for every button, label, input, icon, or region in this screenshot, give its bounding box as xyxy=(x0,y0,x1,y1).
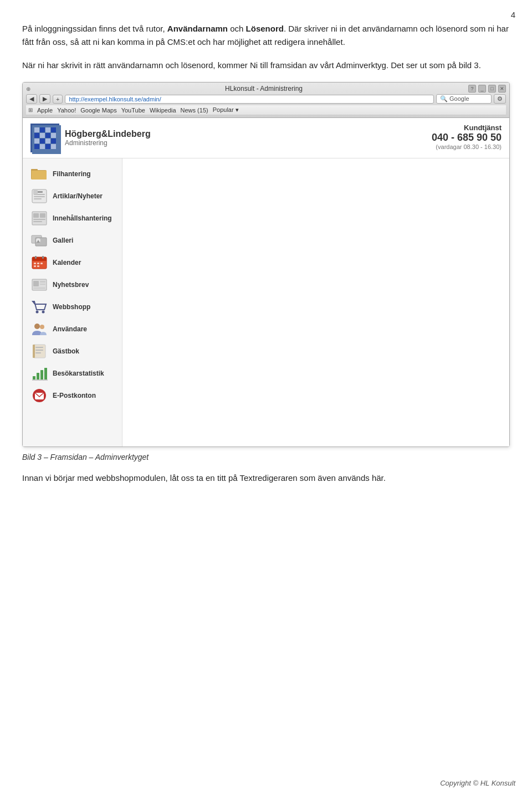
cms-page-content: Högberg&Lindeberg Administrering Kundtjä… xyxy=(23,118,509,447)
browser-nav-row: ◀ ▶ + http://exempel.hlkonsult.se/admin/… xyxy=(26,94,506,104)
svg-point-50 xyxy=(36,311,39,314)
bold-password: Lösenord xyxy=(246,24,284,33)
bookmark-news[interactable]: News (15) xyxy=(181,107,208,114)
browser-forward-btn[interactable]: ▶ xyxy=(39,94,50,104)
svg-rect-46 xyxy=(33,281,39,286)
bookmark-yahoo[interactable]: Yahoo! xyxy=(57,107,76,114)
shop-icon xyxy=(30,300,48,314)
svg-rect-60 xyxy=(35,352,41,353)
svg-rect-48 xyxy=(40,284,45,285)
cms-main-area xyxy=(122,158,509,447)
cms-brand-subtitle: Administrering xyxy=(65,139,151,147)
svg-rect-9 xyxy=(34,139,39,143)
bookmark-apple[interactable]: Apple xyxy=(37,107,53,114)
svg-rect-27 xyxy=(33,213,39,218)
svg-point-51 xyxy=(42,311,45,314)
sidebar-item-innehall[interactable]: Innehållshantering xyxy=(27,208,117,228)
browser-settings-btn[interactable]: ⚙ xyxy=(494,94,506,104)
calendar-icon xyxy=(30,255,48,270)
browser-title: HLkonsult - Administrering xyxy=(59,85,468,93)
svg-rect-57 xyxy=(33,345,35,358)
svg-rect-5 xyxy=(34,133,39,138)
guestbook-icon xyxy=(30,344,48,358)
svg-rect-23 xyxy=(34,196,45,197)
svg-rect-43 xyxy=(34,265,36,267)
svg-rect-44 xyxy=(37,265,39,267)
svg-rect-24 xyxy=(34,198,42,199)
svg-rect-38 xyxy=(35,256,37,259)
sidebar-label-epost: E-Postkonton xyxy=(53,392,96,399)
svg-rect-39 xyxy=(42,256,44,259)
sidebar-item-anvandare[interactable]: Användare xyxy=(27,319,117,339)
svg-rect-7 xyxy=(45,133,50,138)
browser-help-btn[interactable]: ? xyxy=(468,85,476,93)
sidebar-item-kalender[interactable]: Kalender xyxy=(27,253,117,273)
cms-brand-text: Högberg&Lindeberg Administrering xyxy=(65,129,151,147)
svg-rect-25 xyxy=(33,190,38,194)
svg-rect-11 xyxy=(45,139,50,143)
svg-rect-12 xyxy=(51,139,56,143)
browser-back-btn[interactable]: ◀ xyxy=(26,94,37,104)
cms-header: Högberg&Lindeberg Administrering Kundtjä… xyxy=(23,118,509,158)
stats-icon xyxy=(30,366,48,381)
svg-rect-40 xyxy=(34,263,36,264)
browser-newtab-btn[interactable]: + xyxy=(53,95,63,104)
svg-rect-3 xyxy=(45,127,50,132)
paragraph-after-login: När ni har skrivit in rätt användarnamn … xyxy=(22,59,510,72)
browser-bookmarks-icon: ⊞ xyxy=(28,107,33,113)
svg-rect-56 xyxy=(33,345,45,358)
svg-rect-29 xyxy=(33,219,45,220)
newsletter-icon xyxy=(30,278,48,292)
bookmark-youtube[interactable]: YouTube xyxy=(121,107,145,114)
svg-rect-14 xyxy=(40,144,45,149)
svg-point-54 xyxy=(34,324,40,329)
browser-search-bar[interactable]: 🔍 Google xyxy=(436,94,492,104)
sidebar-label-kalender: Kalender xyxy=(53,259,81,266)
sidebar-label-gastbok: Gästbok xyxy=(53,347,79,355)
sidebar-label-webbshopp: Webbshopp xyxy=(53,303,90,311)
cms-logo-area: Högberg&Lindeberg Administrering xyxy=(30,124,151,152)
browser-titlebar-area: ⊕ HLkonsult - Administrering ? _ □ ✕ ◀ ▶… xyxy=(23,83,509,118)
sidebar-item-nyhetsbrev[interactable]: Nyhetsbrev xyxy=(27,275,117,295)
browser-address-bar[interactable]: http://exempel.hlkonsult.se/admin/ xyxy=(65,95,434,104)
svg-rect-58 xyxy=(35,347,43,348)
svg-rect-62 xyxy=(37,373,39,379)
svg-rect-63 xyxy=(40,370,43,379)
svg-rect-28 xyxy=(40,213,45,218)
svg-rect-42 xyxy=(40,263,43,264)
svg-rect-16 xyxy=(51,144,56,149)
sidebar-item-gastbok[interactable]: Gästbok xyxy=(27,341,117,361)
svg-point-55 xyxy=(40,325,44,329)
cms-brand-name: Högberg&Lindeberg xyxy=(65,129,151,139)
sidebar-label-anvandare: Användare xyxy=(53,325,87,333)
users-icon xyxy=(30,322,48,336)
sidebar-label-artiklar: Artiklar/Nyheter xyxy=(53,192,103,200)
sidebar-item-artiklar[interactable]: Artiklar/Nyheter xyxy=(27,186,117,206)
sidebar-item-filhantering[interactable]: Filhantering xyxy=(27,164,117,184)
svg-rect-15 xyxy=(45,144,50,149)
browser-minimize-btn[interactable]: _ xyxy=(478,85,486,93)
bookmark-popular[interactable]: Popular ▾ xyxy=(213,106,239,114)
content-icon xyxy=(30,211,48,225)
svg-marker-52 xyxy=(33,301,46,310)
sidebar-item-epost[interactable]: E-Postkonton xyxy=(27,386,117,406)
sidebar-label-nyhetsbrev: Nyhetsbrev xyxy=(53,281,89,289)
sidebar-item-galleri[interactable]: Galleri xyxy=(27,230,117,250)
browser-search-icon: 🔍 xyxy=(440,95,448,102)
bookmark-wikipedia[interactable]: Wikipedia xyxy=(150,107,176,114)
news-icon xyxy=(30,189,48,203)
svg-rect-10 xyxy=(40,139,45,143)
browser-close-btn[interactable]: ✕ xyxy=(498,85,506,93)
sidebar-item-webbshopp[interactable]: Webbshopp xyxy=(27,297,117,317)
svg-rect-64 xyxy=(44,368,47,379)
cms-support-title: Kundtjänst xyxy=(432,124,502,132)
browser-mockup: ⊕ HLkonsult - Administrering ? _ □ ✕ ◀ ▶… xyxy=(22,82,510,447)
sidebar-label-innehall: Innehållshantering xyxy=(53,214,112,222)
bold-username: Användarnamn xyxy=(167,24,228,33)
sidebar-item-statistik[interactable]: Besökarstatistik xyxy=(27,363,117,383)
svg-rect-13 xyxy=(34,144,39,149)
browser-maximize-btn[interactable]: □ xyxy=(488,85,496,93)
paragraph-conclusion: Innan vi börjar med webbshopmodulen, låt… xyxy=(22,471,510,485)
bookmark-googlemaps[interactable]: Google Maps xyxy=(80,107,116,114)
image-caption: Bild 3 – Framsidan – Adminverktyget xyxy=(22,453,510,461)
